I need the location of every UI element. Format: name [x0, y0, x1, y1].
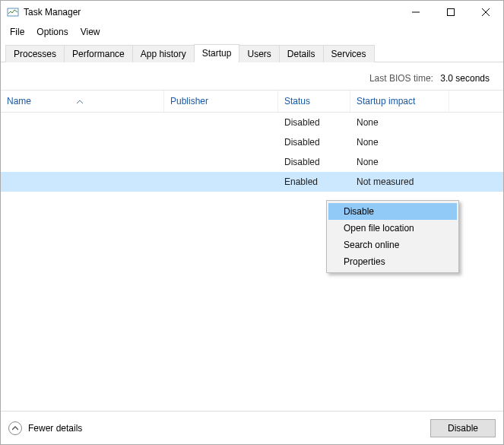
close-button[interactable]	[468, 1, 503, 24]
menu-view[interactable]: View	[74, 24, 106, 40]
menu-file[interactable]: File	[4, 24, 30, 40]
cell-impact: None	[350, 137, 503, 148]
tab-performance[interactable]: Performance	[64, 45, 133, 62]
column-name[interactable]: Name	[1, 91, 164, 112]
cell-impact: Not measured	[350, 176, 503, 187]
context-menu: Disable Open file location Search online…	[326, 200, 459, 273]
tab-strip: Processes Performance App history Startu…	[1, 40, 503, 62]
task-manager-icon	[7, 6, 19, 18]
tab-users[interactable]: Users	[239, 45, 279, 62]
column-headers: Name Publisher Status Startup impact	[1, 90, 503, 113]
cell-status: Disabled	[278, 117, 350, 128]
menu-options[interactable]: Options	[30, 24, 74, 40]
column-publisher[interactable]: Publisher	[164, 91, 278, 112]
table-row[interactable]: Disabled None	[1, 113, 503, 132]
menu-bar: File Options View	[1, 24, 503, 40]
cell-status: Disabled	[278, 157, 350, 167]
task-manager-window: Task Manager File Options View Processes…	[0, 0, 504, 445]
bios-time-label: Last BIOS time:	[369, 73, 433, 84]
cell-impact: None	[350, 157, 503, 167]
context-menu-properties[interactable]: Properties	[328, 253, 457, 270]
bios-time-bar: Last BIOS time: 3.0 seconds	[1, 62, 503, 90]
cell-status: Disabled	[278, 137, 350, 148]
bottom-bar: Fewer details Disable	[1, 411, 503, 444]
minimize-button[interactable]	[398, 1, 433, 24]
window-title: Task Manager	[24, 7, 81, 17]
tab-services[interactable]: Services	[323, 45, 375, 62]
context-menu-search-online[interactable]: Search online	[328, 237, 457, 253]
column-status[interactable]: Status	[278, 91, 350, 112]
disable-button[interactable]: Disable	[430, 419, 496, 437]
bios-time-value: 3.0 seconds	[440, 73, 490, 84]
tab-app-history[interactable]: App history	[132, 45, 195, 62]
column-startup-impact[interactable]: Startup impact	[350, 91, 449, 112]
table-row[interactable]: Disabled None	[1, 132, 503, 152]
table-row[interactable]: Disabled None	[1, 152, 503, 172]
cell-impact: None	[350, 117, 503, 128]
table-row[interactable]: Enabled Not measured	[1, 172, 503, 192]
tab-details[interactable]: Details	[279, 45, 324, 62]
fewer-details-toggle[interactable]: Fewer details	[8, 421, 82, 435]
maximize-button[interactable]	[433, 1, 468, 24]
context-menu-open-file-location[interactable]: Open file location	[328, 220, 457, 237]
fewer-details-label: Fewer details	[28, 423, 82, 434]
column-spacer	[449, 91, 503, 112]
tab-startup[interactable]: Startup	[194, 44, 240, 62]
sort-ascending-icon	[77, 96, 83, 106]
context-menu-disable[interactable]: Disable	[328, 203, 457, 220]
column-name-label: Name	[7, 96, 31, 106]
svg-rect-2	[448, 9, 455, 16]
titlebar: Task Manager	[1, 1, 503, 24]
tab-processes[interactable]: Processes	[5, 45, 65, 62]
chevron-up-icon	[8, 421, 22, 435]
cell-status: Enabled	[278, 176, 350, 187]
